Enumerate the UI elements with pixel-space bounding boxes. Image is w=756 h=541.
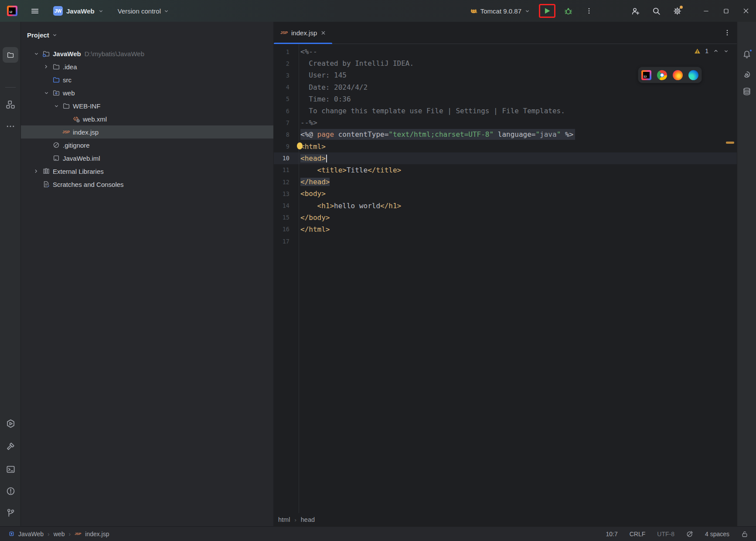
- tab-close-icon[interactable]: [320, 30, 326, 36]
- line-number[interactable]: 17: [274, 238, 299, 245]
- ai-assistant-button[interactable]: [739, 67, 755, 82]
- chevron-right-icon[interactable]: [33, 168, 40, 175]
- code-line[interactable]: 13<body>: [274, 188, 737, 199]
- tree-item-index-jsp[interactable]: JSPindex.jsp: [21, 125, 273, 139]
- tree-item--idea[interactable]: .idea: [21, 60, 273, 73]
- code-line[interactable]: 6 To change this template use File | Set…: [274, 105, 737, 117]
- minimize-button[interactable]: [696, 3, 716, 19]
- close-button[interactable]: [736, 3, 756, 19]
- line-number[interactable]: 2: [274, 60, 299, 67]
- more-actions-button[interactable]: [582, 4, 596, 18]
- run-button[interactable]: [541, 5, 553, 17]
- inspections-widget[interactable]: 1: [694, 47, 729, 54]
- code-line[interactable]: 17: [274, 235, 737, 247]
- open-in-edge-button[interactable]: [688, 70, 698, 80]
- structure-tool-button[interactable]: [3, 97, 18, 112]
- project-widget[interactable]: JW JavaWeb: [53, 6, 104, 16]
- debug-button[interactable]: [561, 4, 576, 18]
- chevron-down-icon[interactable]: [53, 102, 60, 109]
- code-line[interactable]: 5 Time: 0:36: [274, 93, 737, 105]
- line-number[interactable]: 13: [274, 190, 299, 197]
- indent-style[interactable]: 4 spaces: [705, 531, 729, 538]
- code-line[interactable]: 12</head>: [274, 176, 737, 188]
- line-number[interactable]: 15: [274, 214, 299, 221]
- highlight-level-icon[interactable]: [686, 531, 693, 538]
- line-number[interactable]: 5: [274, 95, 299, 102]
- idea-logo-text: IJ: [9, 7, 16, 14]
- services-tool-button[interactable]: [3, 416, 18, 431]
- tree-item-javaweb[interactable]: JavaWebD:\mybatis\JavaWeb: [21, 47, 273, 60]
- terminal-tool-button[interactable]: [3, 461, 18, 477]
- breadcrumb-head[interactable]: head: [301, 516, 315, 523]
- line-number[interactable]: 7: [274, 119, 299, 126]
- code-line[interactable]: 14 <h1>hello world</h1>: [274, 199, 737, 211]
- vcs-widget[interactable]: Version control: [118, 7, 169, 15]
- tree-item-src[interactable]: src: [21, 73, 273, 86]
- line-number[interactable]: 14: [274, 202, 299, 209]
- status-path-index.jsp[interactable]: index.jsp: [85, 531, 109, 538]
- tree-item--gitignore[interactable]: .gitignore: [21, 139, 273, 152]
- open-in-idea-button[interactable]: IJ: [641, 70, 651, 80]
- file-encoding[interactable]: UTF-8: [657, 531, 674, 538]
- code-line[interactable]: 15</body>: [274, 212, 737, 223]
- caret-position[interactable]: 10:7: [606, 531, 617, 538]
- tree-item-external-libraries[interactable]: External Libraries: [21, 165, 273, 178]
- tree-item-web-xml[interactable]: web.xml: [21, 112, 273, 125]
- status-path-web[interactable]: web: [54, 531, 65, 538]
- chevron-right-icon[interactable]: [43, 63, 50, 70]
- line-number[interactable]: 8: [274, 131, 299, 138]
- add-user-button[interactable]: [628, 4, 643, 18]
- notifications-button[interactable]: [739, 47, 755, 62]
- line-number[interactable]: 1: [274, 48, 299, 55]
- chevron-down-icon: [524, 8, 530, 14]
- project-panel-header[interactable]: Project: [21, 25, 273, 44]
- chevron-down-icon[interactable]: [43, 89, 50, 96]
- problems-tool-button[interactable]: [3, 483, 18, 499]
- tab-options-button[interactable]: [724, 22, 731, 44]
- tab-index-jsp[interactable]: JSP index.jsp: [274, 22, 332, 44]
- database-tool-button[interactable]: [739, 84, 755, 99]
- line-separator[interactable]: CRLF: [630, 531, 646, 538]
- code-line[interactable]: 9<html>: [274, 141, 737, 152]
- project-panel: Project JavaWebD:\mybatis\JavaWeb.ideasr…: [21, 22, 274, 526]
- tree-item-web[interactable]: web: [21, 86, 273, 99]
- line-number[interactable]: 10: [274, 155, 299, 162]
- code-line[interactable]: 7--%>: [274, 117, 737, 128]
- line-number[interactable]: 12: [274, 179, 299, 186]
- tree-item-web-inf[interactable]: WEB-INF: [21, 99, 273, 112]
- line-number[interactable]: 16: [274, 226, 299, 233]
- code-line[interactable]: 8<%@ page contentType="text/html;charset…: [274, 128, 737, 140]
- line-number[interactable]: 6: [274, 108, 299, 115]
- main-menu-button[interactable]: [28, 4, 41, 17]
- run-configuration-selector[interactable]: Tomcat 9.0.87: [470, 7, 530, 15]
- maximize-button[interactable]: [716, 3, 736, 19]
- unlock-icon[interactable]: [741, 531, 748, 538]
- code-line[interactable]: 11 <title>Title</title>: [274, 164, 737, 176]
- settings-button[interactable]: [670, 4, 684, 18]
- status-path-JavaWeb[interactable]: JavaWeb: [18, 531, 44, 538]
- next-problem-button[interactable]: [723, 48, 729, 54]
- line-number[interactable]: 11: [274, 166, 299, 173]
- token: hello world: [334, 202, 380, 210]
- more-tool-windows-button[interactable]: [3, 118, 18, 134]
- line-number[interactable]: 3: [274, 72, 299, 79]
- previous-problem-button[interactable]: [713, 48, 719, 54]
- build-tool-button[interactable]: [3, 438, 18, 454]
- code-line[interactable]: 10<head>: [274, 152, 737, 164]
- tree-item-javaweb-iml[interactable]: JavaWeb.iml: [21, 152, 273, 165]
- code-line[interactable]: 1<%--: [274, 46, 737, 57]
- warning-stripe-marker[interactable]: [726, 142, 734, 144]
- line-number[interactable]: 9: [274, 143, 299, 150]
- project-tool-button[interactable]: [3, 47, 18, 63]
- tree-item-scratches-and-consoles[interactable]: Scratches and Consoles: [21, 178, 273, 191]
- breadcrumb-html[interactable]: html: [278, 516, 290, 523]
- open-in-firefox-button[interactable]: [673, 70, 683, 80]
- open-in-chrome-button[interactable]: [657, 70, 667, 80]
- line-number[interactable]: 4: [274, 84, 299, 91]
- code-editor[interactable]: 1<%--2 Created by IntelliJ IDEA.3 User: …: [274, 44, 737, 513]
- version-control-tool-button[interactable]: [3, 505, 18, 521]
- search-everywhere-button[interactable]: [649, 4, 664, 18]
- chevron-down-icon[interactable]: [33, 50, 40, 57]
- code-line[interactable]: 16</html>: [274, 223, 737, 235]
- token: contentType=: [334, 130, 388, 139]
